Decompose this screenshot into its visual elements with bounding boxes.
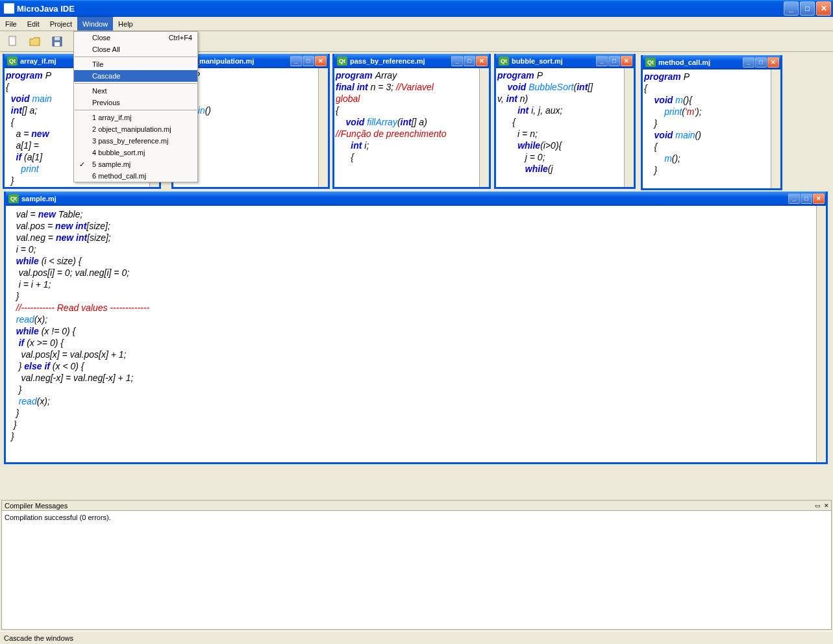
mdi-window-bubble-sort[interactable]: Qt bubble_sort.mj _ □ ✕ program P void B… [494, 54, 636, 189]
mdi-maximize-button[interactable]: □ [303, 56, 314, 66]
menu-item-label: 4 bubble_sort.mj [92, 149, 145, 156]
mdi-maximize-button[interactable]: □ [464, 56, 475, 66]
mdi-title-text: bubble_sort.mj [512, 57, 596, 65]
mdi-minimize-button[interactable]: _ [743, 57, 754, 68]
code-editor[interactable]: val = new Table; val.pos = new int[size]… [6, 206, 826, 462]
menu-item-5-sample-mj[interactable]: ✓5 sample.mj [74, 158, 197, 170]
mdi-titlebar[interactable]: Qt method_call.mj _ □ ✕ [643, 55, 780, 69]
menu-item-6-method-call-mj[interactable]: 6 method_call.mj [74, 170, 197, 182]
code-editor[interactable]: program P void BubbleSort(int[]v, int n)… [496, 68, 634, 187]
compiler-messages-header: Compiler Messages ▭ ✕ [2, 501, 831, 511]
menu-edit[interactable]: Edit [22, 17, 45, 31]
vertical-scrollbar[interactable] [624, 68, 634, 187]
mdi-titlebar[interactable]: Qt sample.mj _ □ ✕ [6, 192, 826, 206]
code-line: i = n; [497, 128, 632, 140]
qt-icon: Qt [499, 56, 509, 66]
menu-item-next[interactable]: Next [74, 85, 197, 97]
mdi-maximize-button[interactable]: □ [801, 193, 812, 204]
vertical-scrollbar[interactable] [479, 68, 489, 187]
mdi-window-buttons: _ □ ✕ [451, 56, 488, 66]
code-line: val.neg = new int[size]; [11, 232, 821, 243]
code-line: { [497, 116, 632, 128]
close-button[interactable]: ✕ [816, 1, 831, 16]
mdi-close-button[interactable]: ✕ [621, 56, 632, 66]
app-icon [4, 3, 14, 14]
mdi-minimize-button[interactable]: _ [788, 193, 800, 204]
qt-icon: Qt [7, 56, 18, 66]
code-editor[interactable]: program Arrayfinal int n = 3; //Variavel… [334, 68, 489, 187]
vertical-scrollbar[interactable] [816, 206, 826, 462]
code-line: program P [497, 69, 632, 81]
mdi-maximize-button[interactable]: □ [755, 57, 767, 68]
menu-item-2-object-manipulation-mj[interactable]: 2 object_manipulation.mj [74, 123, 197, 135]
menu-item-close-all[interactable]: Close All [74, 43, 197, 55]
menu-item-previous[interactable]: Previous [74, 97, 197, 108]
svg-rect-2 [55, 37, 60, 40]
code-line: } else if (x < 0) { [11, 360, 821, 372]
save-file-button[interactable] [48, 33, 66, 50]
minimize-button[interactable]: _ [784, 1, 799, 16]
menu-item-label: 3 pass_by_reference.mj [92, 137, 168, 145]
mdi-minimize-button[interactable]: _ [596, 56, 608, 66]
vertical-scrollbar[interactable] [318, 68, 328, 187]
mdi-window-pass-by-reference[interactable]: Qt pass_by_reference.mj _ □ ✕ program Ar… [332, 54, 491, 189]
code-line: read(x); [11, 395, 821, 407]
code-line: int i, j, aux; [497, 105, 632, 116]
mdi-close-button[interactable]: ✕ [315, 56, 327, 66]
mdi-window-method-call[interactable]: Qt method_call.mj _ □ ✕ program P{ void … [641, 55, 782, 190]
menu-item-close[interactable]: CloseCtrl+F4 [74, 32, 197, 43]
mdi-close-button[interactable]: ✕ [476, 56, 488, 66]
new-file-icon [6, 35, 19, 48]
code-line: } [11, 290, 821, 302]
open-file-button[interactable] [26, 33, 44, 50]
mdi-maximize-button[interactable]: □ [608, 56, 620, 66]
new-file-button[interactable] [4, 33, 22, 50]
code-line: { [336, 151, 488, 163]
mdi-titlebar[interactable]: Qt bubble_sort.mj _ □ ✕ [496, 54, 634, 68]
mdi-minimize-button[interactable]: _ [290, 56, 302, 66]
menu-item-label: Close All [92, 45, 120, 53]
menu-item-3-pass-by-reference-mj[interactable]: 3 pass_by_reference.mj [74, 135, 197, 147]
menu-item-shortcut: Ctrl+F4 [169, 34, 192, 42]
main-titlebar: MicroJava IDE _ □ ✕ [0, 0, 833, 17]
menu-item-label: 1 array_if.mj [92, 114, 132, 121]
mdi-window-buttons: _ □ ✕ [596, 56, 632, 66]
mdi-title-text: ct_manipulation.mj [189, 57, 290, 65]
code-line: while(i>0){ [497, 140, 632, 151]
menu-item-1-array-if-mj[interactable]: 1 array_if.mj [74, 112, 197, 123]
menu-item-label: Next [92, 87, 107, 95]
panel-close-button[interactable]: ✕ [822, 502, 831, 510]
maximize-button[interactable]: □ [800, 1, 815, 16]
menu-file[interactable]: File [0, 17, 22, 31]
menu-separator [75, 83, 197, 84]
menu-item-tile[interactable]: Tile [74, 58, 197, 70]
code-line: program P [644, 71, 779, 82]
panel-restore-button[interactable]: ▭ [813, 502, 822, 510]
code-line: m(); [644, 153, 779, 164]
code-line: void fillArray(int[] a) [336, 116, 488, 128]
menu-item-label: 2 object_manipulation.mj [92, 125, 171, 133]
mdi-minimize-button[interactable]: _ [451, 56, 463, 66]
mdi-window-buttons: _ □ ✕ [290, 56, 327, 66]
menu-window[interactable]: Window [77, 17, 113, 31]
code-line: val.neg[-x] = val.neg[-x] + 1; [11, 372, 821, 384]
window-menu-dropdown: CloseCtrl+F4Close AllTileCascadeNextPrev… [73, 31, 198, 182]
code-line: while (x != 0) { [11, 325, 821, 337]
mdi-titlebar[interactable]: Qt pass_by_reference.mj _ □ ✕ [334, 54, 489, 68]
code-line: } [11, 384, 821, 395]
code-line: { [336, 105, 488, 116]
menu-item-cascade[interactable]: Cascade [74, 70, 197, 82]
code-line: void BubbleSort(int[] [497, 81, 632, 93]
code-editor[interactable]: program P{ void m(){ print('m'); } void … [643, 69, 780, 188]
code-line: } [11, 419, 821, 430]
mdi-close-button[interactable]: ✕ [813, 193, 825, 204]
menu-help[interactable]: Help [113, 17, 138, 31]
menu-project[interactable]: Project [45, 17, 77, 31]
menu-separator [75, 110, 197, 110]
mdi-close-button[interactable]: ✕ [767, 57, 779, 68]
menu-item-4-bubble-sort-mj[interactable]: 4 bubble_sort.mj [74, 147, 197, 158]
code-line: { [644, 141, 779, 153]
floppy-disk-icon [51, 35, 64, 48]
vertical-scrollbar[interactable] [771, 69, 780, 188]
mdi-window-sample[interactable]: Qt sample.mj _ □ ✕ val = new Table; val.… [4, 192, 828, 464]
